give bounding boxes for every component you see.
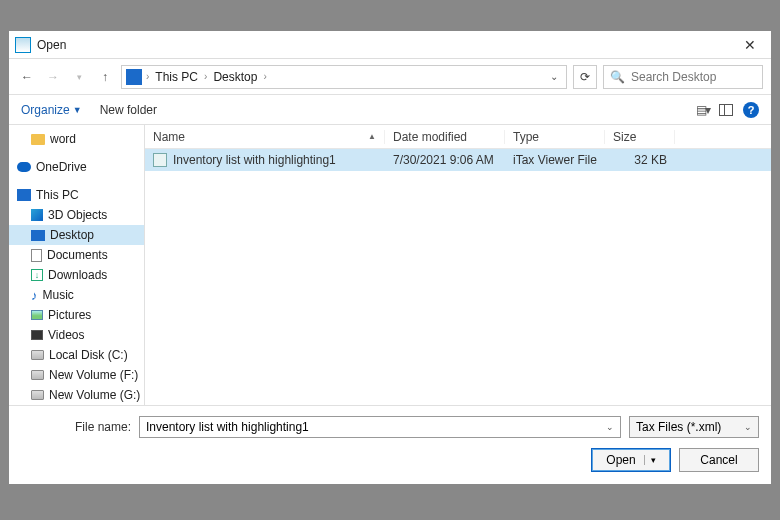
tree-item-label: Pictures [48,308,91,322]
pic-icon [31,310,43,320]
tree-item-label: Videos [48,328,84,342]
split-chevron-icon[interactable]: ▾ [644,455,656,465]
vid-icon [31,330,43,340]
tree-item-3d-objects[interactable]: 3D Objects [9,205,144,225]
close-icon[interactable]: ✕ [735,37,765,53]
tree-item-label: Downloads [48,268,107,282]
view-options-button[interactable]: ▤▾ [696,103,709,117]
up-button[interactable]: ↑ [95,67,115,87]
tree-item-label: Documents [47,248,108,262]
footer: File name: Inventory list with highlight… [9,405,771,484]
nav-tree[interactable]: wordOneDriveThis PC3D ObjectsDesktopDocu… [9,125,145,405]
file-rows[interactable]: Inventory list with highlighting17/30/20… [145,149,771,405]
tree-item-new-volume-f-[interactable]: New Volume (F:) [9,365,144,385]
chevron-down-icon: ⌄ [744,422,752,432]
refresh-button[interactable]: ⟳ [573,65,597,89]
new-folder-button[interactable]: New folder [100,103,157,117]
file-date: 7/30/2021 9:06 AM [385,153,505,167]
tree-item-local-disk-c-[interactable]: Local Disk (C:) [9,345,144,365]
pc-icon [17,189,31,201]
app-icon [15,37,31,53]
chevron-right-icon: › [204,71,207,82]
file-size: 32 KB [605,153,675,167]
filename-label: File name: [21,420,131,434]
view-icon: ▤▾ [696,103,709,117]
back-button[interactable]: ← [17,67,37,87]
tree-item-label: Desktop [50,228,94,242]
tree-item-documents[interactable]: Documents [9,245,144,265]
file-row[interactable]: Inventory list with highlighting17/30/20… [145,149,771,171]
chevron-down-icon: ▼ [73,105,82,115]
disk-icon [31,350,44,360]
file-name: Inventory list with highlighting1 [173,153,336,167]
recent-locations-button[interactable]: ▾ [69,67,89,87]
tree-item-pictures[interactable]: Pictures [9,305,144,325]
file-type-filter[interactable]: Tax Files (*.xml) ⌄ [629,416,759,438]
pc-icon [126,69,142,85]
tree-item-label: Music [43,288,74,302]
col-date[interactable]: Date modified [385,130,505,144]
tree-item-music[interactable]: ♪Music [9,285,144,305]
search-input[interactable]: 🔍 Search Desktop [603,65,763,89]
chevron-right-icon: › [146,71,149,82]
search-icon: 🔍 [610,70,625,84]
organize-button[interactable]: Organize ▼ [21,103,82,117]
column-headers: Name ▲ Date modified Type Size [145,125,771,149]
tree-item-label: New Volume (G:) [49,388,140,402]
tree-item-this-pc[interactable]: This PC [9,185,144,205]
address-bar[interactable]: › This PC › Desktop › ⌄ [121,65,567,89]
toolbar: Organize ▼ New folder ▤▾ ? [9,95,771,125]
preview-pane-button[interactable] [719,104,733,116]
dl-icon: ↓ [31,269,43,281]
forward-button[interactable]: → [43,67,63,87]
tree-item-label: 3D Objects [48,208,107,222]
tree-item-label: This PC [36,188,79,202]
disk-icon [31,370,44,380]
breadcrumb[interactable]: This PC [153,70,200,84]
nav-row: ← → ▾ ↑ › This PC › Desktop › ⌄ ⟳ 🔍 Sear… [9,59,771,95]
tree-item-onedrive[interactable]: OneDrive [9,157,144,177]
tree-item-word[interactable]: word [9,129,144,149]
pane-icon [719,104,733,116]
tree-item-new-volume-g-[interactable]: New Volume (G:) [9,385,144,405]
tree-item-label: Local Disk (C:) [49,348,128,362]
cloud-icon [17,162,31,172]
disk-icon [31,390,44,400]
window-title: Open [37,38,735,52]
breadcrumb[interactable]: Desktop [211,70,259,84]
help-button[interactable]: ? [743,102,759,118]
file-type: iTax Viewer File [505,153,605,167]
tree-item-desktop[interactable]: Desktop [9,225,144,245]
col-type[interactable]: Type [505,130,605,144]
file-list: Name ▲ Date modified Type Size Inventory… [145,125,771,405]
sort-asc-icon: ▲ [368,132,376,141]
doc-icon [31,249,42,262]
body: wordOneDriveThis PC3D ObjectsDesktopDocu… [9,125,771,405]
tree-item-label: word [50,132,76,146]
open-button[interactable]: Open ▾ [591,448,671,472]
folder-yellow-icon [31,134,45,145]
col-size[interactable]: Size [605,130,675,144]
tree-item-label: New Volume (F:) [49,368,138,382]
desk-icon [31,230,45,241]
chevron-right-icon: › [263,71,266,82]
chevron-down-icon[interactable]: ⌄ [546,71,562,82]
col-name[interactable]: Name ▲ [145,130,385,144]
cancel-button[interactable]: Cancel [679,448,759,472]
file-icon [153,153,167,167]
tree-item-label: OneDrive [36,160,87,174]
search-placeholder: Search Desktop [631,70,716,84]
open-dialog: Open ✕ ← → ▾ ↑ › This PC › Desktop › ⌄ ⟳… [8,30,772,485]
tree-item-downloads[interactable]: ↓Downloads [9,265,144,285]
tree-item-videos[interactable]: Videos [9,325,144,345]
filename-input[interactable]: Inventory list with highlighting1 ⌄ [139,416,621,438]
obj3d-icon [31,209,43,221]
chevron-down-icon[interactable]: ⌄ [606,422,614,432]
music-icon: ♪ [31,288,38,303]
titlebar: Open ✕ [9,31,771,59]
